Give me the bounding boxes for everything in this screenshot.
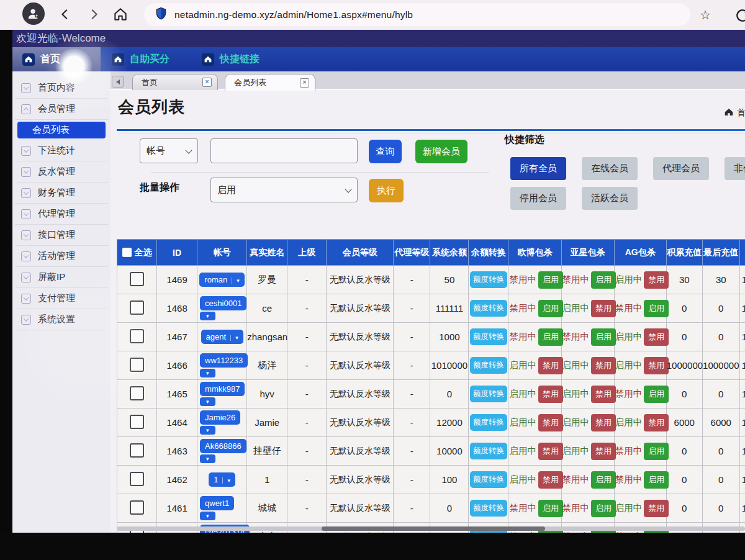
back-icon[interactable] bbox=[57, 6, 73, 22]
ag-enable-button[interactable]: 启用 bbox=[644, 386, 669, 403]
url-address-bar[interactable]: netadmin.ng-demo.xyz/admin/Home1.aspx#me… bbox=[144, 3, 690, 26]
quota-convert-button[interactable]: 额度转换 bbox=[470, 328, 507, 345]
sidebar-item[interactable]: 活动管理 bbox=[15, 246, 108, 267]
row-checkbox[interactable] bbox=[130, 300, 144, 315]
forward-icon[interactable] bbox=[86, 6, 102, 22]
account-dropdown-caret[interactable]: ▾ bbox=[200, 426, 215, 435]
ag-disable-button[interactable]: 禁用 bbox=[644, 271, 669, 289]
quick-filter-button-6[interactable]: 活跃会员 bbox=[582, 187, 638, 210]
quota-convert-button[interactable]: 额度转换 bbox=[470, 471, 507, 488]
quick-filter-button-1[interactable]: 所有全员 bbox=[510, 157, 566, 180]
quota-convert-button[interactable]: 额度转换 bbox=[470, 357, 507, 374]
yaxing-enable-button[interactable]: 启用 bbox=[591, 471, 616, 489]
tab-close-icon[interactable]: × bbox=[300, 78, 309, 88]
account-dropdown-caret[interactable]: ▾ bbox=[200, 397, 215, 406]
batch-operation-select[interactable]: 启用 bbox=[210, 178, 358, 202]
ag-disable-button[interactable]: 禁用 bbox=[644, 500, 669, 517]
quota-convert-button[interactable]: 额度转换 bbox=[470, 443, 507, 459]
oubo-enable-button[interactable]: 启用 bbox=[538, 328, 563, 346]
ag-disable-button[interactable]: 禁用 bbox=[644, 414, 669, 431]
profile-avatar-icon[interactable] bbox=[22, 2, 45, 25]
sidebar-item[interactable]: 财务管理 bbox=[15, 183, 108, 204]
account-dropdown-caret[interactable]: ▾ bbox=[200, 312, 215, 320]
row-checkbox[interactable] bbox=[130, 358, 144, 372]
tab-scroll-left-button[interactable] bbox=[112, 76, 124, 88]
yaxing-enable-button[interactable]: 启用 bbox=[591, 271, 616, 289]
oubo-disable-button[interactable]: 禁用 bbox=[538, 443, 563, 460]
yaxing-disable-button[interactable]: 禁用 bbox=[591, 414, 616, 431]
tab-2[interactable]: 会员列表× bbox=[225, 74, 315, 91]
quick-filter-button-3[interactable]: 代理会员 bbox=[653, 157, 709, 180]
nav-item-3[interactable]: 快捷链接 bbox=[202, 47, 260, 71]
quota-convert-button[interactable]: 额度转换 bbox=[470, 271, 507, 288]
account-button[interactable]: agent▾ bbox=[201, 330, 243, 344]
quota-convert-button[interactable]: 额度转换 bbox=[470, 386, 507, 402]
tab-1[interactable]: 首页× bbox=[132, 74, 218, 90]
quick-filter-button-2[interactable]: 在线会员 bbox=[582, 157, 638, 180]
quota-convert-button[interactable]: 额度转换 bbox=[470, 300, 507, 317]
account-dropdown-caret[interactable]: ▾ bbox=[200, 454, 215, 463]
sidebar-item[interactable]: 屏蔽IP bbox=[15, 267, 108, 288]
quick-filter-button-4[interactable]: 非代理会员 bbox=[725, 157, 745, 180]
yaxing-disable-button[interactable]: 禁用 bbox=[591, 300, 616, 317]
breadcrumb[interactable]: 首页 bbox=[725, 107, 745, 119]
home-icon[interactable] bbox=[112, 5, 129, 24]
nav-item-1[interactable]: 首页 bbox=[12, 47, 101, 71]
tab-close-icon[interactable]: × bbox=[202, 78, 212, 87]
oubo-disable-button[interactable]: 禁用 bbox=[538, 471, 563, 489]
oubo-disable-button[interactable]: 禁用 bbox=[538, 414, 563, 431]
account-button[interactable]: ceshi0001 bbox=[200, 296, 246, 310]
sidebar-item[interactable]: 会员管理 bbox=[15, 99, 108, 120]
yaxing-disable-button[interactable]: 禁用 bbox=[591, 357, 616, 374]
scrollbar-thumb[interactable] bbox=[322, 526, 545, 531]
ag-enable-button[interactable]: 启用 bbox=[644, 443, 669, 460]
row-checkbox[interactable] bbox=[130, 329, 144, 343]
bookmark-star-icon[interactable]: ☆ bbox=[698, 9, 713, 22]
refresh-icon[interactable] bbox=[734, 7, 745, 24]
search-input[interactable] bbox=[210, 138, 358, 163]
sidebar-item[interactable]: 反水管理 bbox=[15, 161, 108, 183]
quota-convert-button[interactable]: 额度转换 bbox=[470, 500, 507, 517]
row-checkbox[interactable] bbox=[130, 272, 144, 286]
sidebar-item[interactable]: 接口管理 bbox=[15, 225, 108, 246]
sidebar-item[interactable]: 首页内容 bbox=[15, 78, 108, 99]
horizontal-scrollbar[interactable] bbox=[117, 526, 745, 531]
row-checkbox[interactable] bbox=[130, 500, 144, 515]
execute-button[interactable]: 执行 bbox=[369, 179, 404, 202]
oubo-enable-button[interactable]: 启用 bbox=[538, 500, 563, 517]
yaxing-enable-button[interactable]: 启用 bbox=[591, 328, 616, 346]
add-member-button[interactable]: 新增会员 bbox=[415, 140, 467, 163]
query-button[interactable]: 查询 bbox=[369, 140, 402, 163]
row-checkbox[interactable] bbox=[130, 472, 144, 486]
ag-enable-button[interactable]: 启用 bbox=[644, 471, 669, 489]
account-dropdown-caret[interactable]: ▾ bbox=[200, 512, 215, 520]
sidebar-item[interactable]: 系统设置 bbox=[15, 309, 108, 330]
sidebar-item[interactable]: 支付管理 bbox=[15, 288, 108, 309]
account-button[interactable]: ww112233 bbox=[200, 353, 248, 368]
yaxing-disable-button[interactable]: 禁用 bbox=[591, 386, 616, 403]
quota-convert-button[interactable]: 额度转换 bbox=[470, 414, 507, 431]
account-button[interactable]: qwert1 bbox=[200, 496, 234, 510]
account-button[interactable]: Ak668866 bbox=[200, 439, 246, 453]
account-button[interactable]: Jamie26 bbox=[200, 410, 240, 425]
oubo-enable-button[interactable]: 启用 bbox=[538, 271, 563, 289]
sidebar-item[interactable]: 代理管理 bbox=[15, 204, 108, 225]
select-all-checkbox[interactable] bbox=[122, 248, 132, 257]
row-checkbox[interactable] bbox=[130, 386, 144, 400]
oubo-disable-button[interactable]: 禁用 bbox=[538, 357, 563, 374]
nav-item-2[interactable]: 自助买分 bbox=[112, 47, 169, 71]
row-checkbox[interactable] bbox=[130, 443, 144, 458]
account-button[interactable]: roman▾ bbox=[199, 273, 244, 287]
row-checkbox[interactable] bbox=[130, 415, 144, 429]
oubo-disable-button[interactable]: 禁用 bbox=[538, 386, 563, 403]
account-dropdown-caret[interactable]: ▾ bbox=[200, 369, 215, 377]
ag-disable-button[interactable]: 禁用 bbox=[644, 328, 669, 346]
account-button[interactable]: 1▾ bbox=[209, 472, 235, 487]
yaxing-disable-button[interactable]: 禁用 bbox=[591, 443, 616, 460]
account-button[interactable]: mmkk987 bbox=[200, 382, 245, 396]
sidebar-item[interactable]: 下注统计 bbox=[15, 140, 108, 161]
quick-filter-button-5[interactable]: 停用会员 bbox=[510, 187, 566, 210]
sidebar-item-active[interactable]: 会员列表 bbox=[17, 122, 106, 138]
ag-disable-button[interactable]: 禁用 bbox=[644, 357, 669, 374]
search-field-select[interactable]: 帐号 bbox=[140, 138, 198, 163]
